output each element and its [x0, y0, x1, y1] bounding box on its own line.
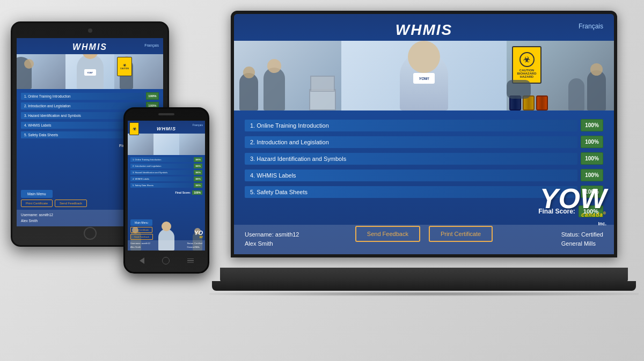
phone-final-badge: 100% — [192, 190, 202, 195]
phone-score-row-4[interactable]: 4. WHMIS Labels 100% — [130, 176, 202, 181]
tablet-print-button[interactable]: Print Certificate — [21, 200, 53, 207]
phone-score-row-3[interactable]: 3. Hazard Identification and Symbols 100… — [130, 170, 202, 175]
phone-final-score: Final Score: 100% — [128, 189, 205, 196]
phone-score-row-2[interactable]: 2. Introduction and Legislation 100% — [130, 164, 202, 168]
laptop-language-toggle[interactable]: Français — [579, 23, 603, 30]
tablet-app-title: WHMIS — [72, 42, 107, 51]
phone-score-label-3: 3. Hazard Identification and Symbols — [130, 170, 193, 175]
laptop-score-label-3: 3. Hazard Identification and Symbols — [245, 153, 577, 165]
phone-user-info-right: Status: Certified General Mills — [187, 242, 202, 249]
laptop-score-badge-1: 100% — [581, 119, 603, 131]
laptop-hero-right: ☣ CAUTION BIOHAZARD HAZARD — [507, 43, 614, 110]
tablet-feedback-button[interactable]: Send Feedback — [55, 200, 87, 207]
tablet-secondary-buttons: Print Certificate Send Feedback — [21, 200, 87, 207]
laptop-hero-center: YOW! — [341, 43, 507, 110]
laptop-score-label-2: 2. Introduction and Legislation — [245, 136, 577, 148]
phone-hero-2 — [153, 134, 179, 155]
laptop-score-row-3[interactable]: 3. Hazard Identification and Symbols 100… — [245, 152, 603, 165]
phone-print-button[interactable]: Print Certificate — [130, 227, 152, 233]
tablet-hero-1 — [17, 54, 65, 89]
phone-body: WHMIS Français ☣ — [123, 107, 209, 274]
tablet-heroes: YOW! ☣ CAUTION — [17, 54, 163, 89]
laptop-score-label-4: 4. WHMIS Labels — [245, 170, 577, 181]
phone-back-button[interactable] — [140, 257, 144, 264]
phone-score-label-1: 1. Online Training Introduction — [130, 157, 193, 162]
laptop-app-title: WHMIS — [396, 21, 452, 38]
phone-score-row-1[interactable]: 1. Online Training Introduction 100% — [130, 157, 202, 162]
laptop-screen-bezel: WHMIS Français — [231, 11, 617, 257]
laptop-score-row-4[interactable]: 4. WHMIS Labels 100% — [245, 169, 603, 181]
laptop-score-badge-3: 100% — [581, 152, 603, 165]
tablet-home-button[interactable] — [84, 227, 97, 240]
tablet-hero-3: ☣ CAUTION — [114, 54, 163, 89]
phone-hero-1 — [128, 134, 153, 155]
phone-score-badge-3: 100% — [194, 170, 202, 175]
laptop-user-status: Status: Certified — [561, 230, 603, 240]
laptop-score-label-5: 5. Safety Data Sheets — [245, 186, 577, 198]
phone-screen: WHMIS Français ☣ — [128, 121, 205, 251]
phone-user-info-left: Username: asmith12 Alex Smith — [130, 242, 150, 249]
phone-main-menu-button[interactable]: Main Menu — [130, 219, 152, 226]
laptop-score-badge-4: 100% — [581, 169, 603, 181]
phone-user-status: Status: Certified — [187, 242, 202, 245]
tablet-user-info-left: Username: asmith12 Alex Smith — [21, 212, 53, 224]
laptop-user-name: Alex Smith — [245, 239, 299, 249]
laptop-header: WHMIS Français — [234, 14, 614, 43]
laptop-screen: WHMIS Français — [234, 14, 614, 254]
tablet-score-label-1: 1. Online Training Introduction — [21, 93, 144, 100]
laptop-username: Username: asmith12 — [245, 230, 299, 240]
phone-heroes: ☣ — [128, 134, 205, 155]
phone-hero-3: ☣ — [179, 134, 205, 155]
laptop-device: WHMIS Français — [220, 11, 628, 306]
laptop-hero-left — [234, 43, 341, 110]
phone-home-button[interactable] — [162, 257, 170, 264]
phone-score-badge-5: 100% — [194, 183, 202, 188]
phone-user-company: General Mills — [187, 246, 202, 249]
phone-language-toggle[interactable]: Français — [193, 123, 203, 127]
phone-score-row-5[interactable]: 5. Safety Data Sheets 100% — [130, 183, 202, 188]
phone-score-badge-4: 100% — [194, 176, 202, 181]
phone-score-list: 1. Online Training Introduction 100% 2. … — [128, 155, 205, 188]
laptop-yow-logo: YOW canada® Inc. — [540, 186, 606, 227]
tablet-user-name: Alex Smith — [21, 218, 53, 224]
phone-navigation-bar[interactable] — [130, 257, 202, 264]
laptop-yow-inc: Inc. — [598, 221, 606, 226]
phone-yow-logo: YOW! — [194, 230, 203, 239]
laptop-score-label-1: 1. Online Training Introduction — [245, 120, 577, 131]
tablet-score-badge-1: 100% — [146, 92, 159, 100]
phone-header: WHMIS Français — [128, 121, 205, 134]
phone-device: WHMIS Français ☣ — [123, 107, 209, 274]
phone-app-title: WHMIS — [157, 126, 176, 131]
laptop-user-info-left: Username: asmith12 Alex Smith — [245, 230, 299, 249]
tablet-main-menu-button[interactable]: Main Menu — [21, 190, 53, 198]
tablet-header: WHMIS Français — [17, 38, 163, 54]
phone-username: Username: asmith12 — [130, 242, 150, 245]
phone-feedback-button[interactable]: Send Feedback — [130, 234, 153, 240]
caution-line3: HAZARD — [520, 75, 533, 78]
laptop-score-row-2[interactable]: 2. Introduction and Legislation 100% — [245, 136, 603, 148]
phone-menu-button[interactable] — [187, 259, 194, 263]
laptop-score-row-1[interactable]: 1. Online Training Introduction 100% — [245, 119, 603, 131]
phone-user-name: Alex Smith — [130, 246, 150, 249]
tablet-hero-2: YOW! — [65, 54, 114, 89]
laptop-shadow — [209, 292, 639, 296]
phone-score-label-2: 2. Introduction and Legislation — [130, 164, 193, 168]
laptop-user-bar: Username: asmith12 Alex Smith Status: Ce… — [234, 225, 614, 254]
phone-score-label-5: 5. Safety Data Sheets — [130, 183, 193, 188]
laptop-foot — [212, 281, 636, 291]
laptop-yow-canada: canada® — [581, 211, 606, 218]
phone-speaker — [158, 113, 174, 115]
laptop-score-badge-2: 100% — [581, 136, 603, 148]
laptop-user-company: General Mills — [561, 239, 603, 249]
phone-action-buttons: Main Menu Print Certificate Send Feedbac… — [128, 218, 205, 241]
tablet-language-toggle[interactable]: Français — [144, 43, 159, 47]
phone-score-label-4: 4. WHMIS Labels — [130, 176, 193, 181]
phone-final-label: Final Score: — [175, 191, 191, 194]
tablet-score-row-1[interactable]: 1. Online Training Introduction 100% — [21, 92, 159, 100]
tablet-username: Username: asmith12 — [21, 212, 53, 218]
phone-score-badge-1: 100% — [194, 157, 202, 162]
phone-user-bar: Username: asmith12 Alex Smith Status: Ce… — [128, 240, 205, 251]
laptop-base — [220, 268, 628, 282]
phone-score-badge-2: 100% — [194, 164, 202, 168]
laptop-yow-text: YOW — [540, 186, 606, 211]
